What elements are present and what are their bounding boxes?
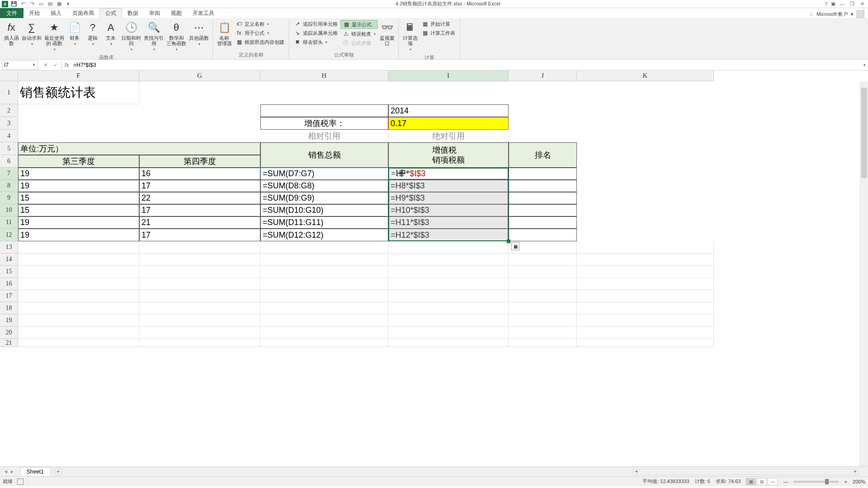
zoom-out-icon[interactable]: — <box>783 479 788 484</box>
view-normal-icon[interactable]: ▦ <box>746 478 756 485</box>
cell-K18[interactable] <box>577 302 714 314</box>
cell-F9[interactable]: 15 <box>18 192 139 204</box>
cell-G14[interactable] <box>139 253 260 266</box>
qat-btn[interactable]: ▭ <box>38 1 44 7</box>
row-header-3[interactable]: 3 <box>0 117 18 130</box>
cell-I16[interactable] <box>388 278 509 290</box>
error-checking-button[interactable]: ⚠错误检查▾ <box>340 30 377 38</box>
cell-I9[interactable]: =H9*$I$3 <box>388 192 509 204</box>
row-header-8[interactable]: 8 <box>0 180 18 192</box>
watch-window-button[interactable]: 👓监视窗口 <box>378 20 396 47</box>
cell-J17[interactable] <box>509 290 577 302</box>
cell-G15[interactable] <box>139 266 260 278</box>
cell-H3[interactable]: 增值税率： <box>260 117 388 130</box>
trace-dependents-button[interactable]: ↘追踪从属单元格 <box>292 29 340 37</box>
row-header-14[interactable]: 14 <box>0 253 18 266</box>
cell-K16[interactable] <box>577 278 714 290</box>
cell-J20[interactable] <box>509 327 577 339</box>
cell-F13[interactable] <box>18 241 139 253</box>
row-header-16[interactable]: 16 <box>0 278 18 290</box>
help-icon[interactable]: ? <box>825 1 827 7</box>
recent-functions-button[interactable]: ★最近使用的 函数▾ <box>43 20 65 53</box>
cell-I4[interactable]: 绝对引用 <box>388 130 509 142</box>
cell-G16[interactable] <box>139 278 260 290</box>
fill-handle[interactable] <box>507 239 510 243</box>
restore-icon[interactable]: ❐ <box>849 1 855 7</box>
cell-H9[interactable]: =SUM(D9:G9) <box>260 192 388 204</box>
cell-J5[interactable]: 排名 <box>509 142 577 168</box>
cell-H5[interactable]: 销售总额 <box>260 142 388 168</box>
tab-file[interactable]: 文件 <box>0 8 24 18</box>
datetime-button[interactable]: 🕓日期和时间▾ <box>120 20 142 53</box>
new-sheet-button[interactable]: + <box>54 468 62 476</box>
fx-icon[interactable]: fx <box>62 62 71 68</box>
cell-J12[interactable] <box>509 229 577 241</box>
view-page-break-icon[interactable]: ▭ <box>768 478 778 485</box>
cell-F7[interactable]: 19 <box>18 168 139 180</box>
cell-H8[interactable]: =SUM(D8:G8) <box>260 180 388 192</box>
ribbon-display-icon[interactable]: ▣ <box>831 1 835 7</box>
tab-data[interactable]: 数据 <box>122 8 144 18</box>
qat-btn[interactable]: ▦ <box>56 1 62 7</box>
row-header-20[interactable]: 20 <box>0 327 18 339</box>
cell-I5[interactable]: 增值税销项税额 <box>388 142 509 168</box>
insert-function-button[interactable]: fx插入函数 <box>3 20 20 53</box>
cell-I12[interactable]: =H12*$I$3 <box>388 229 509 241</box>
create-from-selection-button[interactable]: ▦根据所选内容创建 <box>234 38 286 46</box>
cell-F17[interactable] <box>18 290 139 302</box>
cell-H15[interactable] <box>260 266 388 278</box>
minimize-icon[interactable]: — <box>839 1 845 7</box>
cell-J16[interactable] <box>509 278 577 290</box>
math-button[interactable]: θ数学和 三角函数▾ <box>165 20 187 53</box>
row-header-18[interactable]: 18 <box>0 302 18 314</box>
name-box-dropdown-icon[interactable]: ▼ <box>32 63 36 67</box>
cell-H20[interactable] <box>260 327 388 339</box>
cell-G12[interactable]: 17 <box>139 229 260 241</box>
cell-J10[interactable] <box>509 204 577 216</box>
row-header-21[interactable]: 21 <box>0 339 18 347</box>
cell-I18[interactable] <box>388 302 509 314</box>
cell-J11[interactable] <box>509 216 577 229</box>
row-header-12[interactable]: 12 <box>0 229 18 241</box>
show-formulas-button[interactable]: ▦显示公式 <box>340 20 377 29</box>
row-header-15[interactable]: 15 <box>0 266 18 278</box>
remove-arrows-button[interactable]: ✖移去箭头▾ <box>292 38 340 46</box>
row-header-1[interactable]: 1 <box>0 81 18 104</box>
cell-G17[interactable] <box>139 290 260 302</box>
view-page-layout-icon[interactable]: ▤ <box>757 478 767 485</box>
cell-F16[interactable] <box>18 278 139 290</box>
cell-J7[interactable] <box>509 168 577 180</box>
financial-button[interactable]: 📄财务▾ <box>66 20 83 53</box>
cell-G10[interactable]: 17 <box>139 204 260 216</box>
cell-G6[interactable]: 第四季度 <box>139 155 260 168</box>
cell-I13[interactable] <box>388 241 509 253</box>
cell-F8[interactable]: 19 <box>18 180 139 192</box>
tab-developer[interactable]: 开发工具 <box>187 8 220 18</box>
zoom-level[interactable]: 200% <box>853 479 865 484</box>
cell-H16[interactable] <box>260 278 388 290</box>
row-header-10[interactable]: 10 <box>0 204 18 216</box>
save-icon[interactable]: 💾 <box>11 1 17 7</box>
autofill-options-icon[interactable]: ▦ <box>511 242 519 250</box>
cell-F10[interactable]: 15 <box>18 204 139 216</box>
name-box[interactable]: I7 ▼ <box>2 61 38 70</box>
column-header-H[interactable]: H <box>260 70 388 81</box>
sheet-tab[interactable]: Sheet1 <box>20 467 51 476</box>
column-header-K[interactable]: K <box>577 70 714 81</box>
horizontal-scrollbar[interactable] <box>633 469 859 475</box>
enter-icon[interactable]: ✓ <box>52 61 60 69</box>
autosum-button[interactable]: ∑自动求和▾ <box>21 20 42 53</box>
lookup-button[interactable]: 🔍查找与引用▾ <box>143 20 165 53</box>
cell-G8[interactable]: 17 <box>139 180 260 192</box>
cell-J15[interactable] <box>509 266 577 278</box>
cell-K15[interactable] <box>577 266 714 278</box>
cell-H11[interactable]: =SUM(D11:G11) <box>260 216 388 229</box>
qat-dropdown-icon[interactable]: ▾ <box>65 1 71 7</box>
tab-insert[interactable]: 插入 <box>45 8 67 18</box>
use-in-formula-button[interactable]: fx用于公式▾ <box>234 29 286 37</box>
cell-J21[interactable] <box>509 339 577 347</box>
cell-F20[interactable] <box>18 327 139 339</box>
qat-btn[interactable]: ▤ <box>47 1 53 7</box>
cell-K21[interactable] <box>577 339 714 347</box>
spreadsheet-grid[interactable]: FGHIJK 123456789101112131415161718192021… <box>0 70 868 466</box>
